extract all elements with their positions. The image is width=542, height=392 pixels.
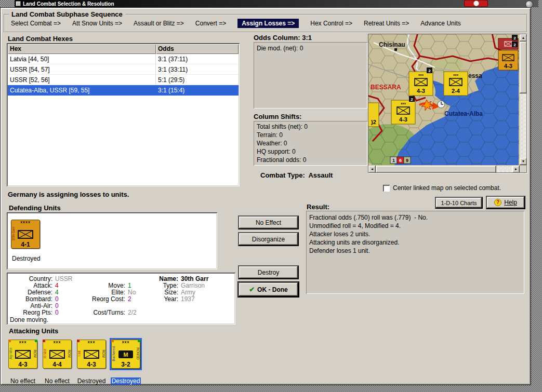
- map-label-odessa: essa: [468, 72, 482, 79]
- ok-done-label: OK - Done: [257, 286, 288, 293]
- combat-hexes-list: Hex Odds Latvia [44, 50] 3:1 (37:11) USS…: [7, 43, 240, 186]
- step-assault-or-blitz[interactable]: Assault or Blitz =>: [134, 20, 184, 27]
- map-label-region: BESSARA: [371, 84, 401, 91]
- combat-map[interactable]: Chisinau BESSARA essa Cutatea-Alba: [368, 34, 527, 173]
- unit-move-status: Done moving.: [10, 316, 48, 323]
- destroy-button[interactable]: Destroy: [238, 265, 299, 279]
- map-canvas[interactable]: Chisinau BESSARA essa Cutatea-Alba: [368, 34, 519, 165]
- unit-counter[interactable]: xxx Alp Mtn ROM 4-3: [8, 340, 37, 369]
- step-assign-losses[interactable]: Assign Losses =>: [237, 19, 299, 28]
- hex-row-ussr-52-56[interactable]: USSR [52, 56] 5:1 (29:5): [8, 75, 239, 85]
- scroll-up-icon[interactable]: ▲: [520, 34, 527, 42]
- step-att-snow-units[interactable]: Att Snow Units =>: [72, 20, 122, 27]
- die-mod-line: Die mod. (net): 0: [254, 44, 367, 52]
- subphase-group: Land Combat Subphase Sequence Select Com…: [4, 14, 527, 33]
- result-line: Attacker loses 2 units.: [306, 230, 524, 238]
- help-button[interactable]: ? Help: [486, 196, 525, 209]
- elite-label: Elite:: [74, 289, 125, 296]
- no-effect-button[interactable]: No Effect: [238, 215, 299, 229]
- attacking-unit-2[interactable]: xxx III Mot ROM 4-4 No effect: [41, 338, 73, 385]
- step-convert[interactable]: Convert =>: [195, 20, 226, 27]
- attacking-unit-3[interactable]: xxx I Inf ROM 4-3 Destroyed: [75, 338, 108, 385]
- disorganize-button[interactable]: Disorganize: [238, 232, 299, 246]
- assign-losses-status: Germany is assigning losses to units.: [8, 191, 129, 198]
- vscroll-thumb[interactable]: [520, 42, 527, 93]
- step-select-combat[interactable]: Select Combat =>: [11, 20, 61, 27]
- result-line: Fractional odds (.750) roll was (.779) -…: [306, 213, 524, 222]
- odds-cell: 3:1 (33:11): [156, 64, 239, 75]
- step-retreat-units[interactable]: Retreat Units =>: [364, 20, 409, 27]
- hex-row-cutatea-alba[interactable]: Cutatea-Alba, USSR [59, 55] 3:1 (15:4): [8, 85, 239, 96]
- map-hscrollbar[interactable]: ◄ ►: [368, 166, 520, 173]
- reorg-pts-label: Reorg Pts:: [8, 309, 52, 316]
- svg-text:4-3: 4-3: [417, 88, 425, 94]
- map-counter-orange[interactable]: 4-3: [498, 50, 518, 70]
- map-counter-1[interactable]: xxx 4-3: [409, 72, 433, 96]
- result-panel: Fractional odds (.750) roll was (.779) -…: [306, 211, 524, 294]
- bombard-value: 0: [55, 295, 59, 303]
- defending-unit[interactable]: xxxx 30th Garr 4-1: [11, 220, 40, 249]
- attacking-unit-1[interactable]: xxx Alp Mtn ROM 4-3 No effect: [7, 338, 39, 385]
- defense-label: Defense:: [8, 289, 52, 296]
- unit-counter[interactable]: xxx I Inf ROM 4-3: [77, 340, 106, 369]
- country-value: USSR: [55, 275, 72, 282]
- year-label: Year:: [152, 295, 178, 303]
- counter-strength: 3-2: [112, 361, 140, 368]
- scroll-right-icon[interactable]: ►: [512, 166, 520, 173]
- combat-type-label: Combat Type:: [260, 171, 305, 179]
- help-icon: ?: [494, 199, 501, 206]
- step-advance-units[interactable]: Advance Units: [420, 20, 460, 27]
- odds-cell: 3:1 (15:4): [156, 85, 239, 96]
- size-value: Army: [181, 289, 195, 296]
- defending-unit-counter[interactable]: xxxx 30th Garr 4-1: [11, 220, 40, 249]
- reorg-cost-value: 2: [128, 295, 131, 303]
- map-vscrollbar[interactable]: ▲ ▼: [520, 34, 527, 165]
- svg-text:M: M: [123, 352, 128, 358]
- attack-label: Attack:: [8, 282, 52, 289]
- center-map-checkbox[interactable]: [383, 185, 390, 192]
- counter-strength: 4-1: [11, 241, 39, 248]
- defense-value: 4: [55, 289, 59, 296]
- hex-row-latvia[interactable]: Latvia [44, 50] 3:1 (37:11): [8, 54, 239, 64]
- column-shifts-panel: Total shifts (net): 0 Terrain: 0 Weather…: [254, 121, 367, 166]
- window-icon: [16, 1, 21, 6]
- clock-icon: [438, 101, 445, 108]
- charts-button[interactable]: 1-D-10 Charts: [435, 197, 483, 209]
- shift-line: Fractional odds: 0: [254, 156, 367, 164]
- defending-units-title: Defending Units: [9, 204, 61, 212]
- hscroll-thumb[interactable]: [376, 166, 496, 173]
- destroy-label: Destroy: [258, 269, 279, 276]
- desktop-background: Land Combat Selection & Resolution Land …: [0, 0, 542, 392]
- odds-column-panel: Die mod. (net): 0: [254, 42, 367, 109]
- hex-row-ussr-54-57[interactable]: USSR [54, 57] 3:1 (33:11): [8, 64, 239, 75]
- attacking-unit-4-selected[interactable]: xxx Bucharest ROM3D M 3-2 Destroyed: [110, 338, 142, 385]
- counter-strength: 4-4: [43, 361, 71, 368]
- year-value: 1937: [181, 295, 195, 303]
- window-title: Land Combat Selection & Resolution: [23, 1, 114, 7]
- ok-done-button[interactable]: ✔ OK - Done: [238, 282, 299, 297]
- result-line: Unmodified roll = 4, Modified = 4.: [306, 222, 524, 230]
- svg-text:4-3: 4-3: [399, 116, 407, 123]
- column-shifts-title: Column Shifts:: [254, 113, 301, 120]
- counter-strength: 4-3: [9, 361, 37, 368]
- combat-type-value: Assault: [308, 171, 333, 179]
- center-map-checkbox-label: Center linked map on selected combat.: [393, 184, 501, 192]
- svg-text:9: 9: [406, 158, 408, 163]
- infantry-symbol-icon: [84, 350, 99, 359]
- column-header-odds[interactable]: Odds: [156, 44, 239, 54]
- scroll-down-icon[interactable]: ▼: [520, 158, 527, 165]
- map-counter-partial[interactable]: )2: [368, 103, 379, 127]
- unit-counter[interactable]: xxx III Mot ROM 4-4: [43, 340, 72, 369]
- german-flag-icon: [464, 0, 488, 7]
- unit-counter[interactable]: xxx Bucharest ROM3D M 3-2: [111, 340, 140, 369]
- step-hex-control[interactable]: Hex Control =>: [310, 20, 352, 27]
- scroll-left-icon[interactable]: ◄: [368, 166, 376, 173]
- map-counter-2[interactable]: xxx 2-4: [444, 72, 468, 96]
- svg-text:2: 2: [513, 43, 516, 47]
- unit-info-panel: Country: USSR Attack: 4 Defense: 4 Bomba…: [7, 273, 235, 325]
- map-counter-3[interactable]: xxx 4-3: [391, 100, 415, 124]
- reorg-cost-label: Reorg Cost:: [74, 295, 125, 303]
- odds-cell: 3:1 (37:11): [156, 54, 239, 64]
- window-titlebar[interactable]: Land Combat Selection & Resolution: [15, 0, 538, 7]
- column-header-hex[interactable]: Hex: [8, 44, 156, 54]
